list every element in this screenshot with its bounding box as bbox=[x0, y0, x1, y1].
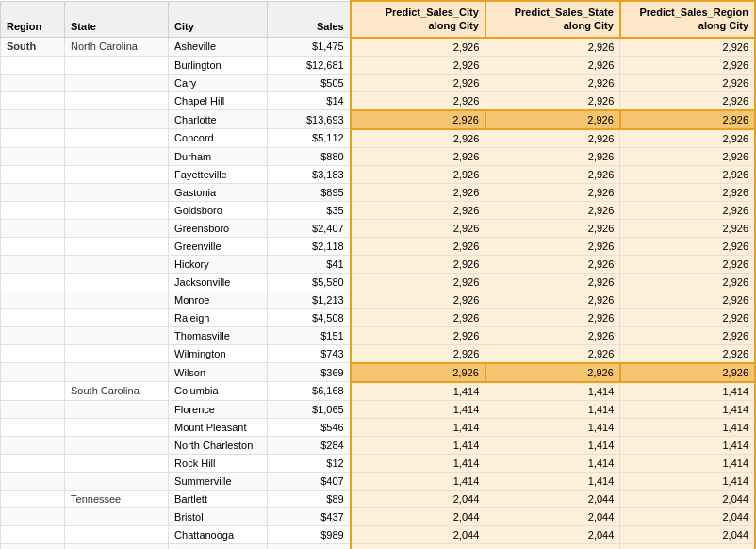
cell-region bbox=[1, 201, 65, 219]
cell-pred-region: 2,926 bbox=[620, 74, 755, 92]
cell-state: North Carolina bbox=[65, 38, 169, 57]
cell-state bbox=[65, 201, 169, 219]
cell-pred-city: 2,926 bbox=[351, 129, 485, 148]
cell-pred-city: 2,926 bbox=[351, 92, 485, 110]
cell-pred-region: 2,926 bbox=[620, 291, 755, 308]
cell-pred-state: 2,926 bbox=[485, 38, 620, 57]
cell-city: Wilson bbox=[169, 363, 268, 382]
cell-sales: $743 bbox=[268, 344, 351, 363]
cell-region bbox=[1, 183, 65, 201]
cell-sales: $1,213 bbox=[268, 291, 351, 308]
cell-pred-state: 2,044 bbox=[485, 490, 620, 507]
cell-region bbox=[1, 56, 65, 74]
cell-pred-city: 2,926 bbox=[351, 237, 485, 255]
cell-pred-state: 1,414 bbox=[485, 454, 620, 472]
cell-sales: $437 bbox=[268, 507, 351, 525]
cell-pred-city: 2,926 bbox=[351, 344, 485, 363]
cell-city: Concord bbox=[169, 129, 268, 148]
cell-region bbox=[1, 344, 65, 363]
cell-pred-region: 1,414 bbox=[620, 436, 755, 454]
cell-pred-city: 2,926 bbox=[351, 110, 485, 129]
cell-sales: $3,183 bbox=[268, 165, 351, 183]
cell-sales: $14 bbox=[268, 92, 351, 110]
cell-region bbox=[1, 291, 65, 308]
col-header-state: State bbox=[65, 1, 169, 38]
cell-region bbox=[1, 129, 65, 148]
cell-city: Bartlett bbox=[169, 490, 268, 507]
cell-sales: $546 bbox=[268, 418, 351, 436]
cell-pred-city: 1,414 bbox=[351, 418, 485, 436]
cell-city: North Charleston bbox=[169, 436, 268, 454]
cell-pred-city: 2,926 bbox=[351, 363, 485, 382]
cell-region bbox=[1, 507, 65, 525]
cell-sales: $880 bbox=[268, 147, 351, 165]
col-header-pred-region: Predict_Sales_Regionalong City bbox=[620, 1, 755, 38]
cell-sales: $35 bbox=[268, 201, 351, 219]
cell-state bbox=[65, 255, 169, 273]
cell-state bbox=[65, 344, 169, 363]
cell-region bbox=[1, 147, 65, 165]
cell-state bbox=[65, 147, 169, 165]
cell-state bbox=[65, 74, 169, 92]
main-table-container: Region State City Sales Predict_Sales_Ci… bbox=[0, 0, 756, 549]
cell-city: Clarksville bbox=[169, 543, 268, 549]
cell-city: Monroe bbox=[169, 291, 268, 308]
cell-pred-region: 2,044 bbox=[620, 490, 755, 507]
cell-pred-city: 2,926 bbox=[351, 147, 485, 165]
cell-pred-state: 2,044 bbox=[485, 507, 620, 525]
cell-state bbox=[65, 237, 169, 255]
cell-sales: $6,168 bbox=[268, 382, 351, 401]
cell-pred-city: 1,414 bbox=[351, 400, 485, 418]
cell-state: South Carolina bbox=[65, 382, 169, 401]
cell-pred-city: 2,926 bbox=[351, 308, 485, 326]
cell-pred-region: 2,926 bbox=[620, 273, 755, 291]
cell-city: Fayetteville bbox=[169, 165, 268, 183]
cell-city: Columbia bbox=[169, 382, 268, 401]
cell-pred-city: 2,926 bbox=[351, 255, 485, 273]
cell-pred-region: 2,926 bbox=[620, 255, 755, 273]
cell-sales: $2,218 bbox=[268, 543, 351, 549]
cell-state bbox=[65, 183, 169, 201]
cell-pred-region: 2,926 bbox=[620, 147, 755, 165]
cell-state bbox=[65, 543, 169, 549]
cell-pred-city: 2,926 bbox=[351, 219, 485, 237]
cell-sales: $1,475 bbox=[268, 38, 351, 57]
cell-region bbox=[1, 363, 65, 382]
cell-sales: $1,065 bbox=[268, 400, 351, 418]
cell-pred-state: 2,926 bbox=[485, 219, 620, 237]
cell-sales: $151 bbox=[268, 326, 351, 344]
cell-pred-city: 2,926 bbox=[351, 165, 485, 183]
cell-city: Hickory bbox=[169, 255, 268, 273]
cell-sales: $2,407 bbox=[268, 219, 351, 237]
cell-pred-city: 2,926 bbox=[351, 56, 485, 74]
cell-pred-state: 1,414 bbox=[485, 436, 620, 454]
cell-state bbox=[65, 436, 169, 454]
cell-city: Burlington bbox=[169, 56, 268, 74]
cell-city: Greenville bbox=[169, 237, 268, 255]
cell-region bbox=[1, 308, 65, 326]
cell-region bbox=[1, 543, 65, 549]
cell-state bbox=[65, 507, 169, 525]
cell-pred-city: 2,044 bbox=[351, 490, 485, 507]
cell-sales: $89 bbox=[268, 490, 351, 507]
cell-state bbox=[65, 92, 169, 110]
cell-pred-city: 2,044 bbox=[351, 525, 485, 543]
data-table: Region State City Sales Predict_Sales_Ci… bbox=[0, 0, 756, 549]
cell-pred-region: 2,926 bbox=[620, 201, 755, 219]
cell-pred-region: 2,926 bbox=[620, 308, 755, 326]
cell-state bbox=[65, 219, 169, 237]
cell-region bbox=[1, 165, 65, 183]
cell-pred-region: 1,414 bbox=[620, 382, 755, 401]
cell-state bbox=[65, 308, 169, 326]
cell-city: Mount Pleasant bbox=[169, 418, 268, 436]
cell-pred-state: 2,926 bbox=[485, 344, 620, 363]
cell-pred-city: 2,926 bbox=[351, 273, 485, 291]
cell-region bbox=[1, 237, 65, 255]
cell-city: Wilmington bbox=[169, 344, 268, 363]
cell-state: Tennessee bbox=[65, 490, 169, 507]
cell-pred-city: 1,414 bbox=[351, 454, 485, 472]
cell-city: Greensboro bbox=[169, 219, 268, 237]
cell-region bbox=[1, 400, 65, 418]
cell-pred-city: 2,926 bbox=[351, 183, 485, 201]
cell-state bbox=[65, 363, 169, 382]
